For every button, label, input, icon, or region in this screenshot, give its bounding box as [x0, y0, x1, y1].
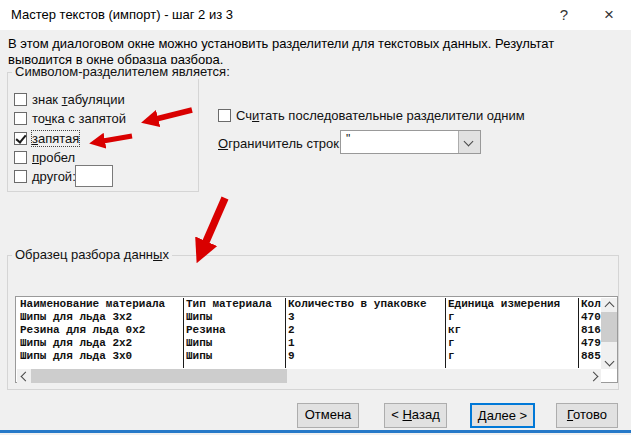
check-icon: [15, 132, 26, 144]
preview-cell: 479: [577, 337, 601, 350]
preview-cell: 816: [577, 324, 601, 337]
checkbox-label: Считать последовательные разделители одн…: [236, 108, 525, 123]
checkbox-box: [14, 170, 27, 183]
checkbox-label: точка с запятой: [32, 111, 126, 126]
data-preview-box[interactable]: Наименование материалаТип материалаКолич…: [15, 296, 618, 383]
text-qualifier-combobox[interactable]: ": [340, 130, 481, 154]
checkbox-tab-delimiter[interactable]: знак табуляции: [14, 92, 125, 107]
checkbox-label: знак табуляции: [32, 92, 125, 107]
vertical-scrollbar[interactable]: [601, 298, 617, 369]
column-divider: [183, 298, 184, 368]
scroll-left-button[interactable]: [17, 369, 31, 383]
preview-cell: Шипы для льда 3x0: [16, 350, 182, 363]
preview-cell: Тип материала: [182, 298, 284, 311]
chevron-up-icon: [605, 302, 615, 312]
preview-cell: г: [444, 350, 577, 363]
preview-table: Наименование материалаТип материалаКолич…: [16, 298, 601, 368]
checkbox-label: пробел: [32, 150, 75, 165]
chevron-right-icon: [589, 372, 599, 382]
checkbox-space-delimiter[interactable]: пробел: [14, 150, 75, 165]
window-bottom-edge: [0, 430, 631, 433]
delimiters-group: Символом-разделителем является: знак таб…: [7, 72, 199, 192]
preview-row: Резина для льда 0x2Резина2кг816: [16, 324, 601, 337]
checkbox-other-delimiter[interactable]: другой:: [14, 169, 76, 184]
next-button[interactable]: Далее >: [470, 403, 535, 428]
data-preview-group: Образец разбора данных Наименование мате…: [7, 255, 619, 390]
preview-row: Шипы для льда 2x2Шипы1г479: [16, 337, 601, 350]
preview-cell: г: [444, 311, 577, 324]
cancel-button[interactable]: Отмена: [297, 403, 359, 428]
preview-cell: Наименование материала: [16, 298, 182, 311]
delimiters-group-legend: Символом-разделителем является:: [12, 64, 233, 79]
preview-cell: Резина для льда 0x2: [16, 324, 182, 337]
chevron-left-icon: [21, 372, 31, 382]
chevron-down-icon: [464, 137, 474, 147]
back-button[interactable]: < Назад: [384, 403, 447, 428]
preview-row: Шипы для льда 3x0Шипы9г885: [16, 350, 601, 363]
checkbox-consecutive-delimiters[interactable]: Считать последовательные разделители одн…: [218, 108, 525, 123]
text-qualifier-value: ": [346, 132, 350, 146]
other-delimiter-input[interactable]: [75, 165, 113, 187]
preview-cell: кг: [444, 324, 577, 337]
preview-cell: 885: [577, 350, 601, 363]
preview-cell: Шипы: [182, 337, 284, 350]
checkbox-box: [14, 112, 27, 125]
preview-cell: г: [444, 337, 577, 350]
finish-button[interactable]: отовоГотово: [556, 403, 618, 428]
preview-cell: 9: [284, 350, 444, 363]
column-divider: [445, 298, 446, 368]
preview-cell: 470: [577, 311, 601, 324]
preview-cell: 2: [284, 324, 444, 337]
preview-cell: Единица измерения: [444, 298, 577, 311]
text-qualifier-label: Ограничитель строк:: [218, 136, 343, 151]
preview-cell: Резина: [182, 324, 284, 337]
horizontal-scrollbar[interactable]: [17, 369, 601, 383]
preview-row: Наименование материалаТип материалаКолич…: [16, 298, 601, 311]
preview-cell: Количество в упаковке: [284, 298, 444, 311]
checkbox-box: [14, 151, 27, 164]
preview-cell: Шипы: [182, 350, 284, 363]
column-divider: [578, 298, 579, 368]
preview-cell: 3: [284, 311, 444, 324]
preview-cell: Шипы для льда 2x2: [16, 337, 182, 350]
combo-dropdown-button[interactable]: [458, 131, 480, 153]
title-bar: Мастер текстов (импорт) - шаг 2 из 3 ? ×: [0, 0, 631, 30]
checkbox-label: другой:: [32, 169, 76, 184]
column-divider: [285, 298, 286, 368]
dialog-title: Мастер текстов (импорт) - шаг 2 из 3: [11, 7, 233, 22]
vertical-scroll-thumb[interactable]: [601, 312, 617, 342]
horizontal-scroll-thumb[interactable]: [31, 369, 287, 383]
preview-cell: Шипы для льда 3x2: [16, 311, 182, 324]
checkbox-box: [14, 132, 27, 145]
checkbox-label: запятая: [32, 131, 79, 146]
checkbox-comma-delimiter[interactable]: запятая: [14, 131, 79, 146]
text-import-wizard-dialog: Мастер текстов (импорт) - шаг 2 из 3 ? ×…: [0, 0, 631, 435]
scroll-down-button[interactable]: [601, 355, 617, 369]
checkbox-box: [14, 93, 27, 106]
scroll-right-button[interactable]: [587, 369, 601, 383]
preview-cell: Шипы: [182, 311, 284, 324]
preview-row: Шипы для льда 3x2Шипы3г470: [16, 311, 601, 324]
chevron-down-icon: [605, 357, 615, 367]
preview-cell: Кол: [577, 298, 601, 311]
checkbox-box: [218, 109, 231, 122]
scroll-up-button[interactable]: [601, 298, 617, 312]
preview-cell: 1: [284, 337, 444, 350]
data-preview-legend: Образец разбора данных: [12, 247, 172, 262]
checkbox-semicolon-delimiter[interactable]: точка с запятой: [14, 111, 126, 126]
help-icon[interactable]: ?: [552, 4, 576, 26]
close-icon[interactable]: ×: [597, 4, 621, 26]
